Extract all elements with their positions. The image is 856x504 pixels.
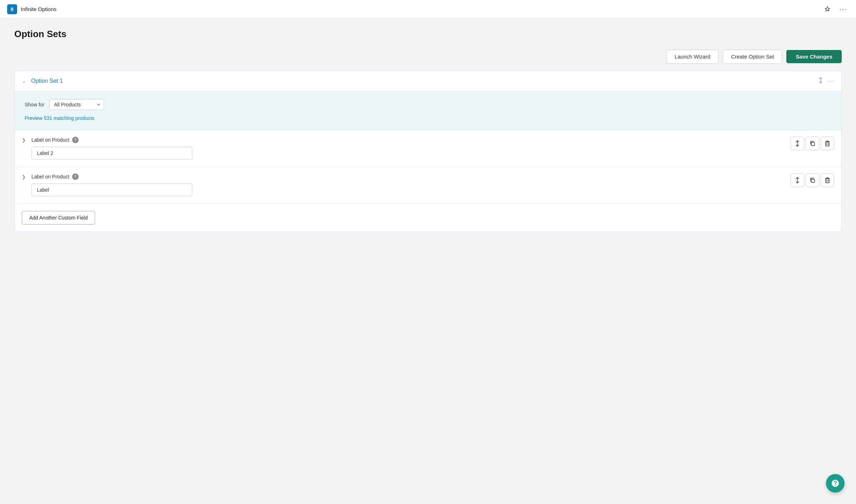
app-icon: 8: [7, 4, 17, 14]
main-content: ⌄ Option Set 1 ··· Show for All Products…: [0, 71, 856, 246]
preview-link[interactable]: Preview 531 matching products: [25, 115, 94, 121]
launch-wizard-button[interactable]: Launch Wizard: [666, 50, 718, 64]
delete-field-button-2[interactable]: [821, 173, 834, 187]
more-dots-icon: ···: [839, 5, 847, 13]
pin-icon: [824, 6, 831, 12]
field-label-row-2: Label on Product ?: [31, 173, 783, 180]
nav-left: 8 Infinite Options: [7, 4, 56, 14]
custom-field-row: ❯ Label on Product ?: [15, 130, 841, 167]
option-set-more-icon[interactable]: ···: [828, 77, 834, 85]
more-menu-button[interactable]: ···: [838, 4, 849, 15]
app-title: Infinite Options: [21, 6, 56, 12]
sort-icon[interactable]: [818, 77, 823, 85]
option-set-header-left: ⌄ Option Set 1: [22, 78, 63, 84]
page-header: Option Sets: [0, 19, 856, 47]
show-for-inner: Show for All ProductsSpecific ProductsPr…: [25, 99, 831, 110]
sort-field-button-1[interactable]: [791, 137, 804, 150]
sort-field-button-2[interactable]: [791, 173, 804, 187]
show-for-select[interactable]: All ProductsSpecific ProductsProduct Tag…: [49, 99, 104, 110]
help-icon-2[interactable]: ?: [72, 173, 79, 180]
create-option-set-button[interactable]: Create Option Set: [723, 50, 782, 64]
custom-field-actions-2: [791, 173, 834, 187]
custom-field-row-2: ❯ Label on Product ?: [15, 167, 841, 204]
page-title: Option Sets: [14, 29, 842, 40]
nav-right: ···: [823, 4, 849, 15]
option-set-card: ⌄ Option Set 1 ··· Show for All Products…: [14, 71, 842, 232]
add-field-row: Add Another Custom Field: [15, 204, 841, 232]
show-for-row: Show for All ProductsSpecific ProductsPr…: [15, 91, 841, 130]
add-custom-field-button[interactable]: Add Another Custom Field: [22, 211, 95, 225]
pin-button[interactable]: [823, 5, 832, 14]
custom-field-content-1: Label on Product ?: [31, 137, 783, 160]
option-set-header-right: ···: [818, 77, 834, 85]
save-changes-button[interactable]: Save Changes: [786, 50, 842, 63]
field-label-text-1: Label on Product: [31, 137, 69, 143]
field-chevron-2[interactable]: ❯: [22, 173, 26, 180]
svg-rect-3: [826, 142, 829, 146]
duplicate-field-button-2[interactable]: [806, 173, 819, 187]
fab-button[interactable]: [826, 474, 845, 493]
field-input-1[interactable]: [31, 147, 192, 160]
action-bar: Launch Wizard Create Option Set Save Cha…: [0, 47, 856, 71]
fab-icon: [831, 479, 840, 488]
field-chevron-1[interactable]: ❯: [22, 137, 26, 143]
option-set-name[interactable]: Option Set 1: [31, 78, 63, 84]
field-label-row-1: Label on Product ?: [31, 137, 783, 143]
svg-rect-2: [811, 142, 815, 146]
svg-rect-8: [826, 179, 829, 183]
delete-field-button-1[interactable]: [821, 137, 834, 150]
help-icon-1[interactable]: ?: [72, 137, 79, 143]
field-input-2[interactable]: [31, 183, 192, 196]
custom-field-content-2: Label on Product ?: [31, 173, 783, 196]
field-label-text-2: Label on Product: [31, 174, 69, 180]
option-set-header: ⌄ Option Set 1 ···: [15, 71, 841, 91]
svg-rect-7: [811, 179, 815, 182]
duplicate-field-button-1[interactable]: [806, 137, 819, 150]
custom-field-actions-1: [791, 137, 834, 150]
show-for-label: Show for: [25, 102, 44, 107]
top-nav: 8 Infinite Options ···: [0, 0, 856, 19]
option-set-collapse-chevron[interactable]: ⌄: [22, 78, 26, 84]
